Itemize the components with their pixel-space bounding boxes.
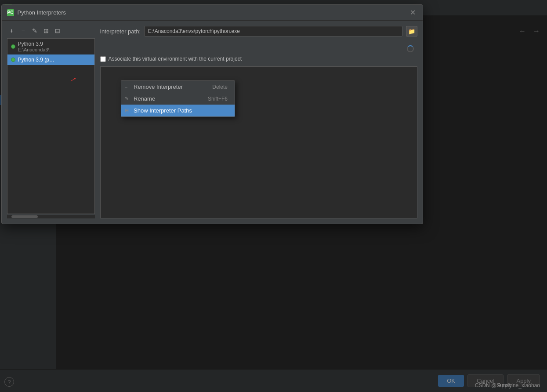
dialog-close-button[interactable]: ✕ <box>408 8 417 17</box>
loading-spinner <box>407 45 414 52</box>
context-menu: − Remove Interpreter Delete ✎ Rename Shi… <box>121 80 235 117</box>
rename-icon: ✎ <box>125 96 129 102</box>
dialog-icon: PC <box>7 9 14 16</box>
context-menu-shortcut: Shift+F6 <box>208 96 228 102</box>
interpreter-list-panel: + − ✎ ⊞ ⊟ Python 3.9 E:\Anaconda3\ <box>7 26 95 218</box>
interpreter-status-dot <box>11 44 15 49</box>
interpreter-path-row: Interpreter path: 📁 <box>100 26 417 36</box>
browse-button[interactable]: 📁 <box>406 26 417 36</box>
context-menu-shortcut: Delete <box>212 84 228 90</box>
list-horizontal-scrollbar[interactable] <box>7 215 95 218</box>
remove-interpreter-button[interactable]: − <box>18 26 28 36</box>
spinner-area <box>100 42 417 56</box>
interpreter-detail-panel: Interpreter path: 📁 Associate this virtu… <box>100 26 417 218</box>
list-toolbar: + − ✎ ⊞ ⊟ <box>7 26 95 36</box>
edit-interpreter-button[interactable]: ✎ <box>30 26 40 36</box>
dialog-titlebar: PC Python Interpreters ✕ <box>2 5 423 21</box>
interpreter-item-1[interactable]: Python 3.9 (p… <box>7 54 94 65</box>
associate-label: Associate this virtual environment with … <box>109 56 242 62</box>
context-menu-item-rename[interactable]: ✎ Rename Shift+F6 <box>121 93 235 105</box>
dialog-body: + − ✎ ⊞ ⊟ Python 3.9 E:\Anaconda3\ <box>2 21 423 224</box>
filter-button[interactable]: ⊞ <box>41 26 51 36</box>
context-menu-item-label: Remove Interpreter <box>134 83 183 90</box>
context-menu-item-remove-interpreter[interactable]: − Remove Interpreter Delete <box>121 81 235 93</box>
interpreter-item-0[interactable]: Python 3.9 E:\Anaconda3\ <box>7 39 94 54</box>
interpreter-path-label: Interpreter path: <box>100 28 141 35</box>
interpreter-item-label: Python 3.9 E:\Anaconda3\ <box>18 41 50 52</box>
dialog-title: Python Interpreters <box>18 9 408 16</box>
bottom-apply-text: Apply <box>497 382 512 388</box>
context-menu-item-label: Rename <box>134 95 155 102</box>
remove-interpreter-icon: − <box>125 84 127 90</box>
show-paths-icon: ⊟ <box>125 108 129 113</box>
more-button[interactable]: ⊟ <box>53 26 62 36</box>
interpreter-path-input[interactable] <box>144 26 402 36</box>
dialog-overlay: PC Python Interpreters ✕ + − ✎ ⊞ ⊟ <box>0 0 547 392</box>
interpreter-list: Python 3.9 E:\Anaconda3\ Python 3.9 (p… <box>7 38 95 214</box>
scrollbar-thumb <box>11 215 38 218</box>
add-interpreter-button[interactable]: + <box>7 26 17 36</box>
context-menu-item-show-interpreter-paths[interactable]: ⊟ Show Interpreter Paths <box>121 105 235 116</box>
interpreter-status-dot <box>11 58 15 62</box>
associate-checkbox[interactable] <box>100 56 106 62</box>
associate-environment-row[interactable]: Associate this virtual environment with … <box>100 56 417 62</box>
interpreter-item-label: Python 3.9 (p… <box>18 57 54 63</box>
context-menu-item-label: Show Interpreter Paths <box>134 107 192 114</box>
